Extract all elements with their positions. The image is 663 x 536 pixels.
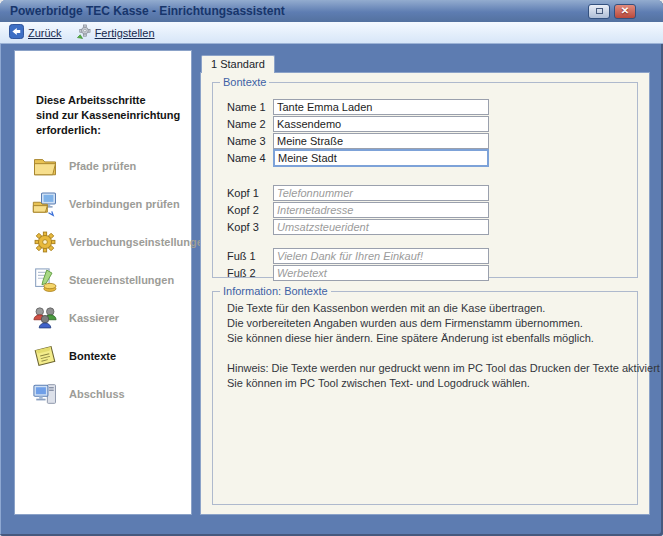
field-row: Kopf 1: [227, 185, 637, 201]
steps-list: Pfade prüfen Verbi: [15, 151, 191, 409]
computer-disk-icon: [31, 380, 59, 408]
information-groupbox: Information: Bontexte Die Texte für den …: [212, 291, 638, 505]
people-icon: [31, 304, 59, 332]
sidebar-item-label: Verbuchungseinstellungen: [69, 236, 210, 248]
back-button[interactable]: Zurück: [9, 24, 62, 41]
field-row: Name 2: [227, 116, 637, 132]
sidebar-item-bontexte[interactable]: Bontexte: [15, 341, 191, 371]
wizard-window: Powerbridge TEC Kasse - Einrichtungsassi…: [0, 0, 663, 536]
kopf-2-label: Kopf 2: [227, 204, 273, 216]
titlebar[interactable]: Powerbridge TEC Kasse - Einrichtungsassi…: [0, 0, 663, 22]
fuss-2-label: Fuß 2: [227, 267, 273, 279]
field-row: Kopf 2: [227, 202, 637, 218]
fuss-2-input[interactable]: [273, 265, 489, 281]
window-title: Powerbridge TEC Kasse - Einrichtungsassi…: [10, 4, 588, 18]
info-text-line: Hinweis: Die Texte werden nur gedruckt w…: [227, 361, 637, 376]
sidebar-item-label: Abschluss: [69, 388, 125, 400]
information-groupbox-title: Information: Bontexte: [220, 285, 331, 297]
name-3-input[interactable]: [273, 133, 489, 149]
sidebar-item-pfade-pruefen[interactable]: Pfade prüfen: [15, 151, 191, 181]
name-2-label: Name 2: [227, 118, 273, 130]
steps-heading: Diese Arbeitsschritte sind zur Kassenein…: [36, 93, 191, 138]
fuss-1-input[interactable]: [273, 248, 489, 264]
info-text-line: Die vorbereiteten Angaben wurden aus dem…: [227, 316, 637, 331]
sidebar-item-label: Kassierer: [69, 312, 119, 324]
wizard-body: Diese Arbeitsschritte sind zur Kassenein…: [0, 44, 663, 536]
window-controls: ✕: [588, 4, 636, 19]
info-text-line: Sie können im PC Tool zwischen Text- und…: [227, 376, 637, 391]
finish-gear-icon: [76, 24, 91, 41]
name-4-input[interactable]: [273, 149, 489, 167]
name-1-label: Name 1: [227, 101, 273, 113]
kopf-3-input[interactable]: [273, 219, 489, 235]
sidebar-item-label: Steuereinstellungen: [69, 274, 174, 286]
field-row: Fuß 2: [227, 265, 637, 281]
close-icon: ✕: [621, 6, 629, 16]
info-text-line: Sie können diese hier ändern. Eine späte…: [227, 331, 637, 346]
sidebar-item-steuereinstellungen[interactable]: Steuereinstellungen: [15, 265, 191, 295]
groupbox-title: Bontexte: [220, 76, 269, 88]
sidebar-item-label: Bontexte: [69, 350, 116, 362]
field-row: Kopf 3: [227, 219, 637, 235]
steps-sidebar: Diese Arbeitsschritte sind zur Kassenein…: [14, 50, 192, 515]
kopf-2-input[interactable]: [273, 202, 489, 218]
info-text-line: Die Texte für den Kassenbon werden mit a…: [227, 301, 637, 316]
field-row: Name 4: [227, 150, 637, 166]
field-row: Fuß 1: [227, 248, 637, 264]
maximize-button[interactable]: [588, 4, 610, 19]
tab-standard[interactable]: 1 Standard: [201, 55, 275, 73]
name-4-label: Name 4: [227, 152, 273, 164]
content-panel: Bontexte Name 1 Name 2 Name 3 Name 4: [200, 72, 650, 515]
field-row: Name 1: [227, 99, 637, 115]
arrow-left-icon: [9, 24, 24, 41]
sidebar-item-kassierer[interactable]: Kassierer: [15, 303, 191, 333]
fuss-1-label: Fuß 1: [227, 250, 273, 262]
maximize-icon: [596, 8, 603, 14]
sidebar-item-verbindungen-pruefen[interactable]: Verbindungen prüfen: [15, 189, 191, 219]
back-button-label: Zurück: [28, 27, 62, 39]
name-1-input[interactable]: [273, 99, 489, 115]
kopf-1-input[interactable]: [273, 185, 489, 201]
name-3-label: Name 3: [227, 135, 273, 147]
kopf-3-label: Kopf 3: [227, 221, 273, 233]
folder-icon: [31, 152, 59, 180]
toolbar: Zurück Fertigstellen: [0, 22, 663, 44]
gear-icon: [31, 228, 59, 256]
sidebar-item-abschluss[interactable]: Abschluss: [15, 379, 191, 409]
kopf-1-label: Kopf 1: [227, 187, 273, 199]
tax-document-icon: [31, 266, 59, 294]
field-row: Name 3: [227, 133, 637, 149]
bontexte-groupbox: Bontexte Name 1 Name 2 Name 3 Name 4: [212, 82, 638, 278]
note-icon: [31, 342, 59, 370]
finish-button[interactable]: Fertigstellen: [76, 24, 155, 41]
sidebar-item-verbuchungseinstellungen[interactable]: Verbuchungseinstellungen: [15, 227, 191, 257]
network-check-icon: [31, 190, 59, 218]
finish-button-label: Fertigstellen: [95, 27, 155, 39]
sidebar-item-label: Verbindungen prüfen: [69, 198, 180, 210]
info-text-line: [227, 346, 637, 361]
close-button[interactable]: ✕: [614, 4, 636, 19]
name-2-input[interactable]: [273, 116, 489, 132]
sidebar-item-label: Pfade prüfen: [69, 160, 136, 172]
